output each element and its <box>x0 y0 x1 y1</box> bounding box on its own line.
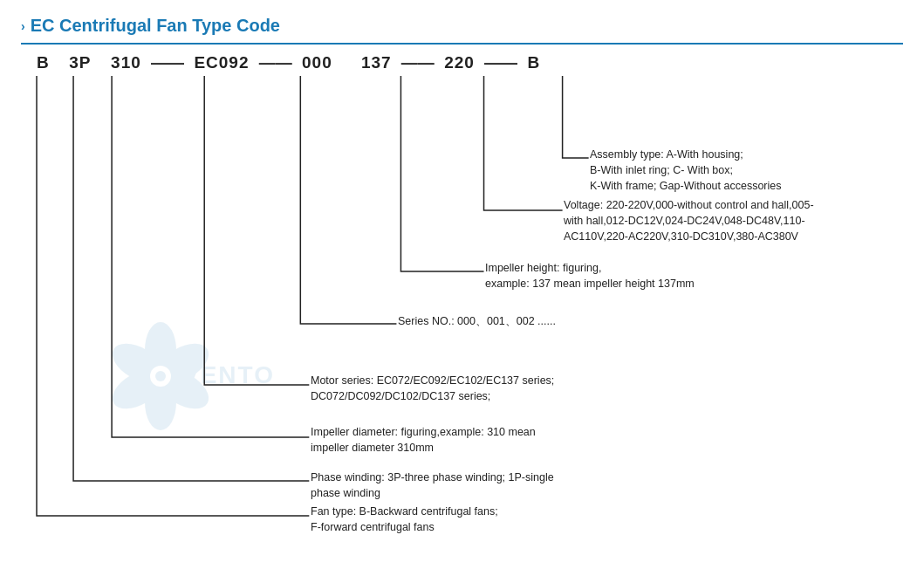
title-row: › EC Centrifugal Fan Type Code <box>21 16 903 36</box>
annotation-phase-winding: Phase winding: 3P-three phase winding; 1… <box>311 470 554 501</box>
page-title: EC Centrifugal Fan Type Code <box>31 16 280 36</box>
title-divider <box>21 43 903 45</box>
annotation-series-no: Series NO.: 000、001、002 ...... <box>398 313 556 329</box>
code-EC092: EC092 <box>194 53 249 72</box>
diagram-area: B 3P 310 —— EC092 —— 000 137 —— 220 —— B <box>21 53 903 542</box>
connector-lines: .conn-line { stroke: #222; stroke-width:… <box>21 53 903 542</box>
code-3P: 3P <box>69 53 91 72</box>
code-dash4: —— <box>480 53 523 72</box>
annotation-voltage: Voltage: 220-220V,000-without control an… <box>564 197 814 244</box>
code-dash2: —— <box>254 53 297 72</box>
code-000: 000 <box>302 53 332 72</box>
code-220: 220 <box>444 53 475 72</box>
code-137: 137 <box>361 53 392 72</box>
code-space2 <box>97 53 106 72</box>
code-B2: B <box>527 53 540 72</box>
svg-point-7 <box>155 371 166 381</box>
code-space3 <box>338 53 356 72</box>
code-space1 <box>55 53 65 72</box>
code-row: B 3P 310 —— EC092 —— 000 137 —— 220 —— B <box>28 53 540 72</box>
annotation-impeller-height: Impeller height: figuring, example: 137 … <box>485 260 695 292</box>
code-B: B <box>37 53 50 72</box>
annotation-fan-type: Fan type: B-Backward centrifugal fans; F… <box>311 504 498 535</box>
code-310: 310 <box>111 53 141 72</box>
annotation-impeller-diameter: Impeller diameter: figuring,example: 310… <box>311 424 536 456</box>
code-dash1: —— <box>147 53 189 72</box>
annotation-assembly: Assembly type: A-With housing; B-With in… <box>590 147 782 194</box>
code-dash3: —— <box>397 53 440 72</box>
svg-text:VENTO: VENTO <box>182 361 275 388</box>
annotation-motor-series: Motor series: EC072/EC092/EC102/EC137 se… <box>311 373 554 404</box>
watermark: VENTO <box>108 306 300 446</box>
title-chevron-icon: › <box>21 19 25 33</box>
